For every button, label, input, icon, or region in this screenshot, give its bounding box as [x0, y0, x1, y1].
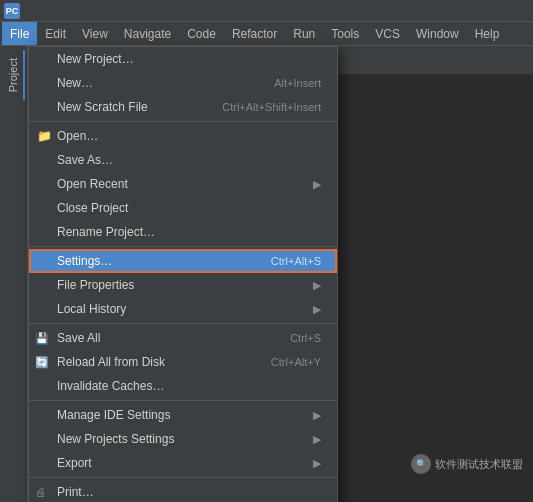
watermark-icon: 🔍: [411, 454, 431, 474]
sidebar-project-tab[interactable]: Project: [3, 50, 25, 100]
menu-item-print[interactable]: 🖨 Print…: [29, 480, 337, 502]
folder-icon: 📁: [37, 129, 52, 143]
menu-item-open[interactable]: 📁 Open…: [29, 124, 337, 148]
menu-bar: File Edit View Navigate Code Refactor Ru…: [0, 22, 533, 46]
menu-refactor[interactable]: Refactor: [224, 22, 285, 45]
watermark: 🔍 软件测试技术联盟: [411, 454, 523, 474]
arrow-icon-new-projects: ▶: [313, 433, 321, 446]
app-icon: PC: [4, 3, 20, 19]
file-dropdown-menu: New Project… New… Alt+Insert New Scratch…: [28, 46, 338, 502]
arrow-icon-file-props: ▶: [313, 279, 321, 292]
save-icon: 💾: [35, 332, 49, 345]
menu-item-reload[interactable]: 🔄 Reload All from Disk Ctrl+Alt+Y: [29, 350, 337, 374]
menu-item-save-as[interactable]: Save As…: [29, 148, 337, 172]
title-bar: PC: [0, 0, 533, 22]
reload-icon: 🔄: [35, 356, 49, 369]
menu-item-save-all[interactable]: 💾 Save All Ctrl+S: [29, 326, 337, 350]
separator-5: [29, 477, 337, 478]
menu-file[interactable]: File: [2, 22, 37, 45]
menu-view[interactable]: View: [74, 22, 116, 45]
menu-item-new-scratch[interactable]: New Scratch File Ctrl+Alt+Shift+Insert: [29, 95, 337, 119]
menu-item-file-properties[interactable]: File Properties ▶: [29, 273, 337, 297]
menu-item-manage-ide[interactable]: Manage IDE Settings ▶: [29, 403, 337, 427]
menu-item-new-project[interactable]: New Project…: [29, 47, 337, 71]
menu-code[interactable]: Code: [179, 22, 224, 45]
menu-item-settings[interactable]: Settings… Ctrl+Alt+S: [29, 249, 337, 273]
menu-item-new-projects-settings[interactable]: New Projects Settings ▶: [29, 427, 337, 451]
menu-tools[interactable]: Tools: [323, 22, 367, 45]
menu-item-export[interactable]: Export ▶: [29, 451, 337, 475]
watermark-text: 软件测试技术联盟: [435, 457, 523, 472]
menu-item-new[interactable]: New… Alt+Insert: [29, 71, 337, 95]
editor-area: demo1.py ✕ print("Hello World") New Proj…: [28, 46, 533, 502]
main-area: Project demo1.py ✕ print("Hello World") …: [0, 46, 533, 502]
menu-navigate[interactable]: Navigate: [116, 22, 179, 45]
arrow-icon-manage-ide: ▶: [313, 409, 321, 422]
menu-item-close-project[interactable]: Close Project: [29, 196, 337, 220]
menu-help[interactable]: Help: [467, 22, 508, 45]
menu-item-invalidate[interactable]: Invalidate Caches…: [29, 374, 337, 398]
menu-vcs[interactable]: VCS: [367, 22, 408, 45]
menu-edit[interactable]: Edit: [37, 22, 74, 45]
menu-run[interactable]: Run: [285, 22, 323, 45]
arrow-icon-export: ▶: [313, 457, 321, 470]
print-icon: 🖨: [35, 486, 46, 498]
sidebar: Project: [0, 46, 28, 502]
menu-item-rename-project[interactable]: Rename Project…: [29, 220, 337, 244]
arrow-icon-local-history: ▶: [313, 303, 321, 316]
separator-3: [29, 323, 337, 324]
separator-1: [29, 121, 337, 122]
menu-item-open-recent[interactable]: Open Recent ▶: [29, 172, 337, 196]
menu-item-local-history[interactable]: Local History ▶: [29, 297, 337, 321]
separator-2: [29, 246, 337, 247]
separator-4: [29, 400, 337, 401]
arrow-icon-open-recent: ▶: [313, 178, 321, 191]
menu-window[interactable]: Window: [408, 22, 467, 45]
